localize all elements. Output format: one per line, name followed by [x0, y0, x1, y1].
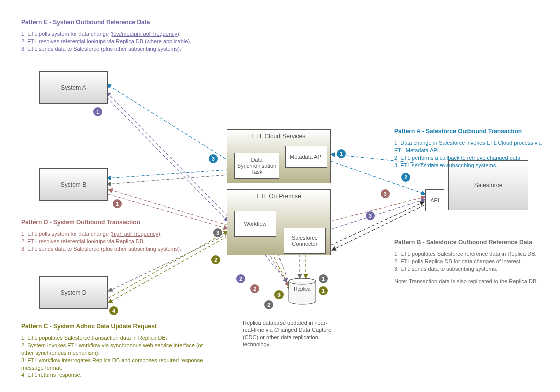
svg-line-3: [107, 169, 234, 178]
pattern-a-block: Pattern A - Salesforce Outbound Transact…: [394, 127, 544, 169]
replica-note: Replica database updated in near-real-ti…: [243, 319, 338, 348]
svg-line-7: [331, 199, 425, 229]
pattern-b-block: Pattern B - Salesforce Outbound Referenc…: [394, 238, 554, 285]
salesforce-label: Salesforce: [474, 182, 503, 189]
badge-c4: 4: [109, 306, 118, 315]
system-b-box: System B: [39, 168, 108, 201]
svg-point-22: [289, 278, 316, 284]
pattern-c-title: Pattern C - System Adhoc Data Update Req…: [21, 322, 211, 330]
badge-b2: 2: [264, 300, 273, 309]
diagram-canvas: System A System B System D ETL Cloud Ser…: [0, 0, 560, 392]
pattern-c-block: Pattern C - System Adhoc Data Update Req…: [21, 322, 211, 379]
data-sync-task-box: Data Synchronisation Task: [234, 153, 279, 179]
svg-line-2: [107, 84, 234, 164]
replica-label: Replica: [289, 286, 316, 292]
badge-e2: 2: [236, 274, 245, 283]
metadata-api-box: Metadata API: [285, 146, 327, 168]
salesforce-connector-box: Salesforce Connector: [284, 228, 326, 254]
badge-b1: 1: [319, 274, 328, 283]
badge-c1: 1: [319, 286, 328, 295]
badge-d1: 1: [113, 199, 122, 208]
badge-d2: 2: [250, 284, 259, 293]
badge-d3: 3: [381, 189, 390, 198]
system-a-label: System A: [61, 84, 86, 91]
badge-c2: 2: [211, 255, 220, 264]
svg-point-23: [289, 278, 316, 284]
badge-a1: 1: [337, 149, 346, 158]
system-d-label: System D: [60, 289, 86, 296]
etl-cloud-container: ETL Cloud Services Data Synchronisation …: [227, 129, 331, 183]
svg-line-11: [331, 197, 425, 221]
badge-a2: 2: [401, 173, 410, 182]
etl-cloud-title: ETL Cloud Services: [227, 133, 330, 140]
etl-prem-title: ETL On Premise: [227, 193, 330, 200]
svg-line-18: [107, 174, 234, 184]
badge-e3: 3: [366, 211, 375, 220]
pattern-d-block: Pattern D - System Outbound Transaction …: [21, 218, 201, 253]
system-a-box: System A: [39, 71, 108, 104]
badge-e1: 1: [93, 107, 102, 116]
svg-line-4: [107, 92, 228, 216]
api-box: API: [425, 189, 444, 211]
pattern-d-title: Pattern D - System Outbound Transaction: [21, 218, 201, 226]
badge-c3: 3: [274, 290, 284, 299]
pattern-e-title: Pattern E - System Outbound Reference Da…: [21, 18, 221, 26]
pattern-e-block: Pattern E - System Outbound Reference Da…: [21, 18, 221, 53]
system-b-label: System B: [61, 181, 86, 188]
system-d-box: System D: [39, 276, 108, 309]
workflow-box: Workflow: [234, 211, 276, 237]
pattern-a-title: Pattern A - Salesforce Outbound Transact…: [394, 127, 544, 135]
etl-on-premise-container: ETL On Premise Workflow Salesforce Conne…: [227, 189, 331, 255]
badge-b3: 3: [213, 228, 222, 237]
badge-a3: 3: [209, 154, 218, 163]
pattern-b-title: Pattern B - Salesforce Outbound Referenc…: [394, 238, 554, 246]
